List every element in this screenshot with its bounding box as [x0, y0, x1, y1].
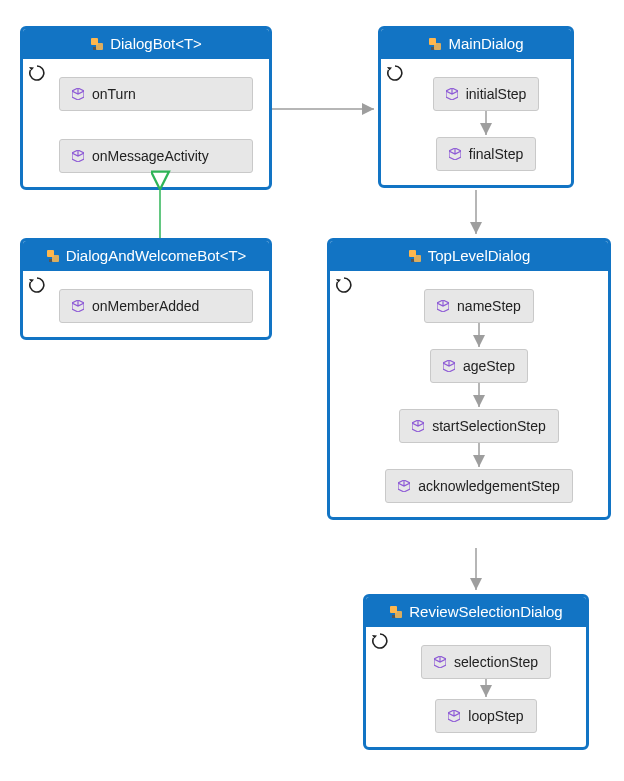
- title-text: DialogAndWelcomeBot<T>: [66, 247, 247, 264]
- step-label: startSelectionStep: [432, 418, 546, 434]
- box-title: DialogAndWelcomeBot<T>: [23, 241, 269, 271]
- step-agestep: ageStep: [430, 349, 528, 383]
- box-topleveldialog: TopLevelDialog nameStep ageStep startSel…: [327, 238, 611, 520]
- cube-icon: [72, 150, 84, 162]
- loop-icon: [387, 65, 403, 81]
- step-onturn: onTurn: [59, 77, 253, 111]
- box-title: DialogBot<T>: [23, 29, 269, 59]
- cube-icon: [412, 420, 424, 432]
- cube-icon: [398, 480, 410, 492]
- arrow-down-icon: [479, 111, 493, 137]
- steps: onTurn onMessageActivity: [59, 77, 253, 173]
- box-reviewselectiondialog: ReviewSelectionDialog selectionStep loop…: [363, 594, 589, 750]
- cube-icon: [449, 148, 461, 160]
- cube-icon: [434, 656, 446, 668]
- arrow-down-icon: [472, 443, 486, 469]
- step-selectionstep: selectionStep: [421, 645, 551, 679]
- step-label: loopStep: [468, 708, 523, 724]
- arrow-down-icon: [472, 323, 486, 349]
- step-acknowledgementstep: acknowledgementStep: [385, 469, 573, 503]
- title-text: DialogBot<T>: [110, 35, 202, 52]
- box-title: TopLevelDialog: [330, 241, 608, 271]
- step-label: onMessageActivity: [92, 148, 209, 164]
- step-label: finalStep: [469, 146, 523, 162]
- connector-inheritance: [150, 186, 170, 238]
- cube-icon: [446, 88, 458, 100]
- title-text: MainDialog: [448, 35, 523, 52]
- cube-icon: [72, 88, 84, 100]
- step-finalstep: finalStep: [436, 137, 536, 171]
- step-label: nameStep: [457, 298, 521, 314]
- class-icon: [389, 605, 403, 619]
- title-text: ReviewSelectionDialog: [409, 603, 562, 620]
- cube-icon: [443, 360, 455, 372]
- box-title: ReviewSelectionDialog: [366, 597, 586, 627]
- connector-main-to-toplevel: [468, 190, 488, 238]
- step-startselectionstep: startSelectionStep: [399, 409, 559, 443]
- step-label: initialStep: [466, 86, 527, 102]
- step-label: ageStep: [463, 358, 515, 374]
- class-icon: [46, 249, 60, 263]
- class-icon: [428, 37, 442, 51]
- box-title: MainDialog: [381, 29, 571, 59]
- connector-dialogbot-to-maindialog: [272, 104, 378, 114]
- step-label: selectionStep: [454, 654, 538, 670]
- cube-icon: [448, 710, 460, 722]
- step-label: onTurn: [92, 86, 136, 102]
- loop-icon: [336, 277, 352, 293]
- class-icon: [408, 249, 422, 263]
- box-dialogandwelcomebot: DialogAndWelcomeBot<T> onMemberAdded: [20, 238, 272, 340]
- connector-toplevel-to-review: [468, 548, 488, 594]
- box-maindialog: MainDialog initialStep finalStep: [378, 26, 574, 188]
- steps: initialStep finalStep: [417, 77, 555, 171]
- step-initialstep: initialStep: [433, 77, 540, 111]
- step-namestep: nameStep: [424, 289, 534, 323]
- box-dialogbot: DialogBot<T> onTurn onMessageActivity: [20, 26, 272, 190]
- arrow-down-icon: [472, 383, 486, 409]
- title-text: TopLevelDialog: [428, 247, 531, 264]
- loop-icon: [29, 65, 45, 81]
- step-onmemberadded: onMemberAdded: [59, 289, 253, 323]
- steps: selectionStep loopStep: [402, 645, 570, 733]
- class-icon: [90, 37, 104, 51]
- step-label: onMemberAdded: [92, 298, 199, 314]
- loop-icon: [372, 633, 388, 649]
- steps: nameStep ageStep startSelectionStep ackn…: [366, 289, 592, 503]
- loop-icon: [29, 277, 45, 293]
- cube-icon: [437, 300, 449, 312]
- step-onmessageactivity: onMessageActivity: [59, 139, 253, 173]
- step-loopstep: loopStep: [435, 699, 536, 733]
- cube-icon: [72, 300, 84, 312]
- step-label: acknowledgementStep: [418, 478, 560, 494]
- arrow-down-icon: [479, 679, 493, 699]
